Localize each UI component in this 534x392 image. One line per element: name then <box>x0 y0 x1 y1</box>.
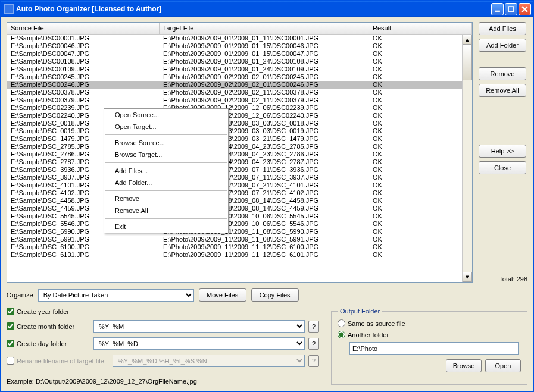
rename-help-icon[interactable]: ? <box>308 355 319 367</box>
file-list[interactable]: Source File Target File Result E:\Sample… <box>7 22 473 283</box>
cell-result: OK <box>369 220 472 228</box>
table-row[interactable]: E:\Sample\DSC_3937.JPGE:\Photo\2009\2009… <box>7 174 472 181</box>
cell-result: OK <box>369 65 472 73</box>
another-folder-radio[interactable] <box>338 331 345 338</box>
table-row[interactable]: E:\Sample\DSC_5546.JPGE:\Photo\2009\2009… <box>7 220 472 228</box>
scroll-down-icon[interactable]: ▾ <box>463 272 472 282</box>
table-row[interactable]: E:\Sample\DSC_4102.JPGE:\Photo\2009\2009… <box>7 189 472 197</box>
close-app-button[interactable]: Close <box>479 161 526 174</box>
cell-result: OK <box>369 189 472 197</box>
menu-item[interactable]: Remove All <box>104 205 228 217</box>
help-button[interactable]: Help >> <box>479 145 526 158</box>
cell-target: E:\Photo\2009\2009_02\2009_02_11\DSC0037… <box>160 96 369 104</box>
table-row[interactable]: E:\Sample\DSC_5990.JPGE:\Photo\2009\2009… <box>7 228 472 236</box>
rename-checkbox[interactable] <box>7 357 14 365</box>
table-row[interactable]: E:\Sample\DSC_5545.JPGE:\Photo\2009\2009… <box>7 212 472 220</box>
cell-source: E:\Sample\DSC00246.JPG <box>7 81 160 89</box>
header-target[interactable]: Target File <box>160 23 369 34</box>
table-row[interactable]: E:\Sample\DSC_0019.JPGE:\Photo\2009\2009… <box>7 127 472 135</box>
day-folder-checkbox[interactable] <box>7 340 14 347</box>
cell-result: OK <box>369 112 472 120</box>
same-source-radio[interactable] <box>338 319 345 327</box>
cell-target: E:\Photo\2009\2009_01\2009_01_24\DSC0010… <box>160 65 369 73</box>
add-files-button[interactable]: Add Files <box>479 22 526 35</box>
table-row[interactable]: E:\Sample\DSC_5991.JPGE:\Photo\2009\2009… <box>7 236 472 243</box>
table-row[interactable]: E:\Sample\DSC00245.JPGE:\Photo\2009\2009… <box>7 73 472 81</box>
table-row[interactable]: E:\Sample\DSC_4459.JPGE:\Photo\2009\2009… <box>7 205 472 212</box>
browse-button[interactable]: Browse <box>446 359 482 372</box>
menu-item[interactable]: Open Source... <box>104 109 228 121</box>
close-button[interactable] <box>519 3 531 15</box>
menu-item[interactable]: Open Target... <box>104 121 228 133</box>
day-format-combo[interactable]: %Y_%M_%D <box>93 337 305 350</box>
output-path-input[interactable] <box>349 342 519 355</box>
table-row[interactable]: E:\Sample\DSC_6101.JPGE:\Photo\2009\2009… <box>7 251 472 259</box>
menu-item[interactable]: Exit <box>104 221 228 233</box>
table-row[interactable]: E:\Sample\DSC_3936.JPGE:\Photo\2009\2009… <box>7 166 472 174</box>
table-row[interactable]: E:\Sample\DSC02239.JPGE:\Photo\2009\2009… <box>7 104 472 112</box>
header-result[interactable]: Result <box>369 23 472 34</box>
rename-format-combo[interactable]: %Y_%M_%D %H_%I_%S %N <box>113 355 305 367</box>
cell-result: OK <box>369 197 472 205</box>
cell-target: E:\Photo\2009\2009_01\2009_01_15\DSC0004… <box>160 42 369 50</box>
cell-source: E:\Sample\DSC_6101.JPG <box>7 251 160 259</box>
menu-separator <box>105 190 227 191</box>
year-folder-checkbox[interactable] <box>7 308 14 315</box>
cell-result: OK <box>369 35 472 42</box>
menu-item[interactable]: Add Folder... <box>104 177 228 189</box>
table-row[interactable]: E:\Sample\DSC_4458.JPGE:\Photo\2009\2009… <box>7 197 472 205</box>
cell-target: E:\Photo\2009\2009_02\2009_02_01\DSC0024… <box>160 73 369 81</box>
table-row[interactable]: E:\Sample\DSC_1479.JPGE:\Photo\2009\2009… <box>7 135 472 143</box>
cell-result: OK <box>369 243 472 251</box>
maximize-button[interactable] <box>505 3 517 15</box>
cell-target: E:\Photo\2009\2009_01\2009_01_15\DSC0004… <box>160 50 369 58</box>
another-folder-label: Another folder <box>348 331 389 338</box>
remove-all-button[interactable]: Remove All <box>479 84 526 97</box>
table-row[interactable]: E:\Sample\DSC00046.JPGE:\Photo\2009\2009… <box>7 42 472 50</box>
move-files-button[interactable]: Move Files <box>199 288 246 302</box>
table-row[interactable]: E:\Sample\DSC00047.JPGE:\Photo\2009\2009… <box>7 50 472 58</box>
table-row[interactable]: E:\Sample\DSC_2785.JPGE:\Photo\2009\2009… <box>7 143 472 150</box>
table-row[interactable]: E:\Sample\DSC00001.JPGE:\Photo\2009\2009… <box>7 35 472 42</box>
cell-result: OK <box>369 228 472 236</box>
table-row[interactable]: E:\Sample\DSC00108.JPGE:\Photo\2009\2009… <box>7 58 472 65</box>
table-row[interactable]: E:\Sample\DSC_2787.JPGE:\Photo\2009\2009… <box>7 158 472 166</box>
scroll-up-icon[interactable]: ▴ <box>463 35 472 45</box>
table-row[interactable]: E:\Sample\DSC_2786.JPGE:\Photo\2009\2009… <box>7 150 472 158</box>
copy-files-button[interactable]: Copy Files <box>251 288 299 302</box>
cell-result: OK <box>369 205 472 212</box>
header-source[interactable]: Source File <box>7 23 160 34</box>
table-row[interactable]: E:\Sample\DSC_0018.JPGE:\Photo\2009\2009… <box>7 120 472 127</box>
month-format-combo[interactable]: %Y_%M <box>93 320 305 333</box>
cell-result: OK <box>369 236 472 243</box>
table-row[interactable]: E:\Sample\DSC00109.JPGE:\Photo\2009\2009… <box>7 65 472 73</box>
table-row[interactable]: E:\Sample\DSC00379.JPGE:\Photo\2009\2009… <box>7 96 472 104</box>
table-row[interactable]: E:\Sample\DSC_4101.JPGE:\Photo\2009\2009… <box>7 181 472 189</box>
cell-source: E:\Sample\DSC00379.JPG <box>7 96 160 104</box>
menu-item[interactable]: Browse Source... <box>104 137 228 149</box>
table-row[interactable]: E:\Sample\DSC_6100.JPGE:\Photo\2009\2009… <box>7 243 472 251</box>
menu-item[interactable]: Remove <box>104 193 228 205</box>
example-text: Example: D:\Output\2009\2009_12\2009_12_… <box>7 378 319 385</box>
table-row[interactable]: E:\Sample\DSC00246.JPGE:\Photo\2009\2009… <box>7 81 472 89</box>
open-folder-button[interactable]: Open <box>485 359 521 372</box>
minimize-button[interactable] <box>491 3 504 15</box>
cell-result: OK <box>369 127 472 135</box>
month-help-icon[interactable]: ? <box>308 321 319 333</box>
cell-result: OK <box>369 89 472 96</box>
add-folder-button[interactable]: Add Folder <box>479 39 526 52</box>
title-bar: Auto Photo Organizer [Licensed to Author… <box>1 1 533 17</box>
cell-result: OK <box>369 81 472 89</box>
rename-label: Rename filename of target file <box>17 357 104 365</box>
menu-item[interactable]: Add Files... <box>104 165 228 177</box>
remove-button[interactable]: Remove <box>479 67 526 80</box>
scroll-thumb[interactable] <box>463 45 472 80</box>
table-row[interactable]: E:\Sample\DSC00378.JPGE:\Photo\2009\2009… <box>7 89 472 96</box>
table-row[interactable]: E:\Sample\DSC02240.JPGE:\Photo\2009\2009… <box>7 112 472 120</box>
month-folder-checkbox[interactable] <box>7 322 14 330</box>
day-help-icon[interactable]: ? <box>308 338 319 350</box>
vertical-scrollbar[interactable]: ▴ ▾ <box>462 35 472 282</box>
organize-combo[interactable]: By Date Picture Taken <box>38 289 194 302</box>
cell-source: E:\Sample\DSC00245.JPG <box>7 73 160 81</box>
menu-item[interactable]: Browse Target... <box>104 149 228 161</box>
